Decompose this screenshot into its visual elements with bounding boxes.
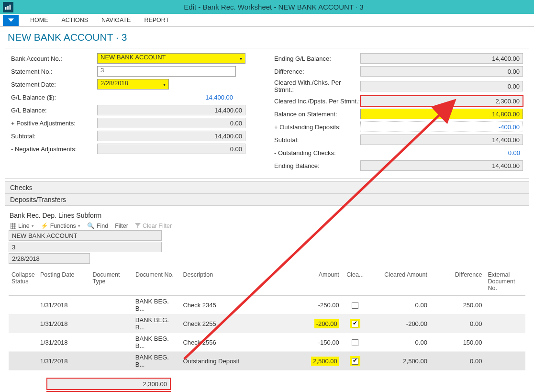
col-posting-date[interactable]: Posting Date bbox=[37, 269, 89, 293]
cell-doc-no: BANK BEG. B... bbox=[133, 314, 180, 333]
difference-value: 0.00 bbox=[360, 66, 523, 77]
binoculars-icon: 🔍 bbox=[87, 222, 95, 229]
app-menu-button[interactable] bbox=[3, 15, 19, 26]
lbl-subtotal-left: Subtotal: bbox=[11, 133, 97, 140]
tb-functions[interactable]: ⚡ Functions ▾ bbox=[41, 222, 80, 229]
header-right-col: Ending G/L Balance: 14,400.00 Difference… bbox=[274, 53, 523, 173]
tb-filter[interactable]: Filter bbox=[115, 223, 128, 229]
outstanding-chk-link[interactable]: 0.00 bbox=[360, 147, 523, 158]
cleared-inc-value: 2,300.00 bbox=[360, 96, 523, 106]
section-checks[interactable]: Checks bbox=[5, 181, 529, 194]
cell-doc-no: BANK BEG. B... bbox=[133, 352, 180, 370]
funnel-icon bbox=[135, 223, 141, 229]
cell-doc-no: BANK BEG. B... bbox=[133, 333, 180, 351]
lbl-gl-balance-currency: G/L Balance ($): bbox=[11, 94, 97, 101]
lightning-icon: ⚡ bbox=[41, 222, 48, 229]
chevron-down-icon: ▾ bbox=[78, 224, 80, 228]
svg-marker-9 bbox=[135, 223, 141, 228]
tb-clear-filter-label: Clear Filter bbox=[143, 223, 172, 229]
lbl-positive-adj: + Positive Adjustments: bbox=[11, 120, 97, 127]
cell-doc-no: BANK BEG. B... bbox=[133, 296, 180, 314]
lbl-outstanding-dep: + Outstanding Deposits: bbox=[274, 123, 360, 131]
svg-rect-4 bbox=[11, 223, 16, 229]
lbl-outstanding-chk: - Outstanding Checks: bbox=[274, 149, 360, 157]
ribbon: HOME ACTIONS NAVIGATE REPORT bbox=[0, 14, 534, 27]
tab-navigate[interactable]: NAVIGATE bbox=[95, 14, 137, 26]
grid-totals: 2,300.00 2,300.00 bbox=[9, 378, 525, 392]
col-difference[interactable]: Difference bbox=[430, 269, 485, 293]
col-doc-no[interactable]: Document No. bbox=[133, 269, 180, 293]
col-collapse[interactable]: Collapse Status bbox=[9, 269, 37, 293]
col-amount[interactable]: Amount bbox=[299, 269, 342, 293]
col-ext-doc[interactable]: External Document No. bbox=[485, 269, 525, 293]
statement-no-input[interactable]: 3 bbox=[97, 66, 236, 77]
cell-difference: 150.00 bbox=[430, 337, 485, 348]
header-left-col: Bank Account No.: NEW BANK ACCOUNT ▾ Sta… bbox=[11, 53, 260, 173]
cell-difference: 0.00 bbox=[430, 318, 485, 329]
cell-amount: -250.00 bbox=[299, 300, 342, 311]
table-row[interactable]: 1/31/2018 BANK BEG. B... Outstanding Dep… bbox=[9, 352, 525, 370]
chevron-down-icon[interactable]: ▾ bbox=[236, 56, 245, 61]
subform-title: Bank Rec. Dep. Lines Subform bbox=[9, 210, 525, 221]
section-deposits[interactable]: Deposits/Transfers bbox=[5, 194, 529, 206]
col-doc-type[interactable]: Document Type bbox=[89, 269, 133, 293]
tb-functions-label: Functions bbox=[50, 223, 76, 229]
tab-home[interactable]: HOME bbox=[23, 14, 55, 26]
negative-adj-value: 0.00 bbox=[97, 144, 245, 154]
total-1: 2,300.00 bbox=[47, 378, 170, 390]
cell-amount: 2,500.00 bbox=[299, 355, 342, 368]
cleared-checkbox[interactable] bbox=[352, 358, 358, 365]
window-title: Edit - Bank Rec. Worksheet - NEW BANK AC… bbox=[13, 3, 534, 11]
svg-rect-2 bbox=[10, 4, 11, 10]
statement-date-value: 2/28/2018 bbox=[98, 79, 160, 89]
header-form: Bank Account No.: NEW BANK ACCOUNT ▾ Sta… bbox=[5, 48, 529, 179]
gl-balance-value: 14,400.00 bbox=[97, 105, 245, 115]
title-bar: Edit - Bank Rec. Worksheet - NEW BANK AC… bbox=[0, 0, 534, 14]
svg-rect-0 bbox=[5, 7, 7, 10]
cleared-checkbox[interactable] bbox=[352, 321, 358, 327]
table-row[interactable]: 1/31/2018 BANK BEG. B... Check 2345 -250… bbox=[9, 296, 525, 314]
filter-statement-no[interactable]: 3 bbox=[9, 242, 162, 252]
subform-filter-row: NEW BANK ACCOUNT 3 2/28/2018 bbox=[9, 230, 525, 265]
statement-no-value: 3 bbox=[98, 67, 235, 76]
tb-line-label: Line bbox=[18, 223, 30, 229]
cleared-checkbox[interactable] bbox=[352, 339, 358, 346]
filter-bank-account[interactable]: NEW BANK ACCOUNT bbox=[9, 230, 162, 241]
cleared-checkbox[interactable] bbox=[352, 302, 358, 309]
col-cleared-amount[interactable]: Cleared Amount bbox=[368, 269, 430, 293]
cell-cleared-amount: -200.00 bbox=[368, 318, 430, 329]
tab-report[interactable]: REPORT bbox=[137, 14, 176, 26]
gl-balance-currency-link[interactable]: 14,400.00 bbox=[97, 92, 236, 102]
tb-line[interactable]: Line ▾ bbox=[11, 223, 34, 229]
positive-adj-value: 0.00 bbox=[97, 118, 245, 128]
deposit-lines-subform: Bank Rec. Dep. Lines Subform Line ▾ ⚡ Fu… bbox=[5, 206, 529, 392]
outstanding-dep-link[interactable]: -400.00 bbox=[360, 122, 523, 132]
col-cleared[interactable]: Clea... bbox=[342, 269, 368, 293]
cell-posting-date: 1/31/2018 bbox=[37, 300, 90, 311]
lbl-cleared-inc: Cleared Inc./Dpsts. Per Stmnt.: bbox=[274, 98, 360, 105]
lbl-ending-bal: Ending Balance: bbox=[274, 162, 360, 169]
col-description[interactable]: Description bbox=[180, 269, 300, 293]
statement-date-combo[interactable]: 2/28/2018 ▾ bbox=[97, 79, 169, 90]
lbl-balance-stmt: Balance on Statement: bbox=[274, 111, 360, 118]
subform-toolbar: Line ▾ ⚡ Functions ▾ 🔍 Find Filter Clear… bbox=[9, 221, 525, 230]
chevron-down-icon[interactable]: ▾ bbox=[160, 82, 168, 87]
lbl-ending-gl: Ending G/L Balance: bbox=[274, 55, 360, 62]
table-row[interactable]: 1/31/2018 BANK BEG. B... Check 2556 -150… bbox=[9, 333, 525, 352]
cell-description: Check 2556 bbox=[180, 337, 299, 348]
lbl-gl-balance: G/L Balance: bbox=[11, 107, 97, 114]
table-row[interactable]: 1/31/2018 BANK BEG. B... Check 2255 -200… bbox=[9, 314, 525, 333]
tb-find[interactable]: 🔍 Find bbox=[87, 222, 108, 229]
tab-actions[interactable]: ACTIONS bbox=[55, 14, 95, 26]
lbl-difference: Difference: bbox=[274, 68, 360, 75]
filter-statement-date[interactable]: 2/28/2018 bbox=[9, 253, 90, 264]
tb-find-label: Find bbox=[97, 223, 108, 229]
bank-account-no-combo[interactable]: NEW BANK ACCOUNT ▾ bbox=[97, 53, 245, 64]
tb-clear-filter[interactable]: Clear Filter bbox=[135, 223, 172, 229]
cell-cleared-amount: 2,500.00 bbox=[368, 356, 430, 367]
ending-gl-value: 14,400.00 bbox=[360, 53, 523, 64]
chevron-down-icon: ▾ bbox=[32, 224, 34, 228]
grid-header: Collapse Status Posting Date Document Ty… bbox=[9, 268, 525, 296]
cleared-with-value: 0.00 bbox=[360, 81, 523, 91]
balance-stmt-value[interactable]: 14,800.00 bbox=[360, 109, 523, 119]
